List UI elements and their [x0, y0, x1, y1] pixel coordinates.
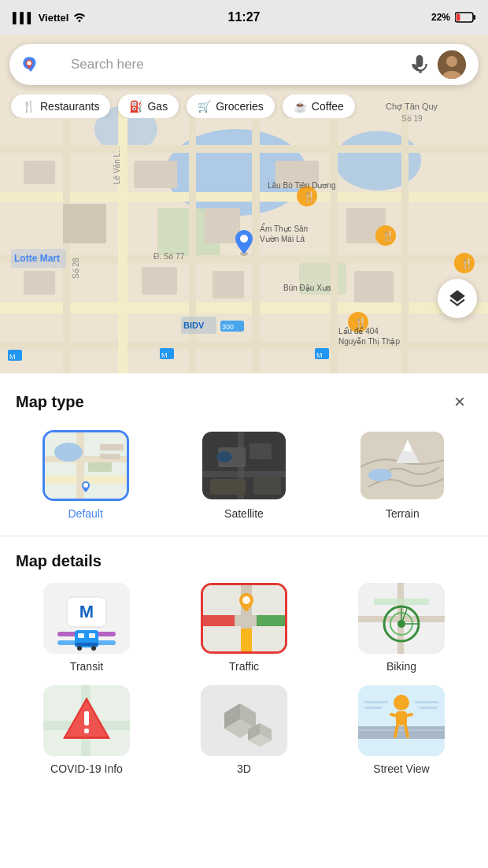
restaurants-icon: 🍴 [22, 100, 35, 113]
svg-rect-79 [100, 454, 120, 459]
svg-text:300: 300 [222, 323, 234, 331]
svg-rect-12 [0, 302, 488, 313]
svg-text:Lẩu để 404: Lẩu để 404 [338, 327, 379, 336]
svg-text:M: M [9, 353, 16, 361]
svg-rect-13 [0, 342, 488, 349]
svg-rect-1 [474, 15, 476, 20]
category-chips: 🍴 Restaurants ⛽ Gas 🛒 Groceries ☕ Coffee [0, 95, 488, 118]
svg-rect-9 [0, 145, 488, 153]
svg-rect-122 [84, 729, 89, 733]
signal-icon: ▌▌▌ [13, 12, 35, 24]
streetview-thumb [358, 685, 445, 756]
map-type-satellite[interactable]: Satellite [174, 430, 313, 520]
svg-rect-28 [213, 271, 244, 299]
svg-text:🍴: 🍴 [303, 190, 316, 203]
map-type-default-thumb [43, 430, 129, 501]
traffic-label: Traffic [229, 660, 259, 673]
svg-rect-104 [203, 615, 235, 626]
carrier-label: Viettel [39, 12, 69, 24]
detail-biking[interactable]: Biking [331, 583, 472, 673]
chip-restaurants[interactable]: 🍴 Restaurants [11, 95, 110, 118]
svg-text:🍴: 🍴 [460, 257, 474, 270]
svg-point-133 [394, 695, 409, 710]
svg-point-100 [91, 646, 96, 651]
biking-thumb [358, 583, 445, 654]
svg-point-99 [77, 646, 82, 651]
svg-rect-15 [118, 106, 128, 373]
status-bar: ▌▌▌ Viettel 11:27 22% [0, 0, 488, 35]
chip-gas[interactable]: ⛽ Gas [118, 95, 179, 118]
svg-text:🍴: 🍴 [382, 229, 395, 243]
svg-rect-132 [358, 729, 445, 731]
svg-text:Đ. Số 77: Đ. Số 77 [153, 252, 185, 261]
detail-streetview[interactable]: Street View [331, 685, 472, 775]
svg-rect-27 [142, 267, 177, 295]
svg-rect-10 [0, 192, 488, 202]
chip-groceries[interactable]: 🛒 Groceries [187, 95, 275, 118]
svg-rect-81 [202, 471, 287, 477]
chip-gas-label: Gas [147, 100, 168, 113]
svg-rect-29 [354, 271, 394, 302]
svg-rect-17 [252, 106, 260, 373]
detail-3d[interactable]: 3D [173, 685, 315, 775]
svg-point-69 [446, 56, 457, 67]
svg-rect-142 [420, 707, 437, 709]
traffic-thumb [201, 583, 287, 654]
svg-text:Lê Văn L...: Lê Văn L... [113, 147, 121, 184]
3d-thumb [201, 685, 287, 756]
search-bar[interactable]: Search here [9, 44, 479, 85]
detail-transit[interactable]: M Transit [16, 583, 157, 673]
svg-rect-121 [84, 711, 89, 725]
map-type-satellite-thumb [201, 430, 287, 501]
svg-point-75 [54, 443, 83, 462]
map-type-satellite-label: Satellite [224, 507, 264, 520]
svg-point-67 [27, 61, 31, 65]
biking-label: Biking [386, 660, 416, 673]
svg-rect-134 [396, 711, 407, 725]
close-button[interactable]: × [447, 389, 472, 414]
transit-thumb: M [43, 583, 130, 654]
svg-rect-140 [364, 707, 382, 709]
wifi-icon [72, 11, 87, 24]
svg-point-87 [216, 451, 232, 462]
svg-rect-141 [415, 701, 438, 703]
detail-traffic[interactable]: Traffic [173, 583, 315, 673]
svg-rect-88 [360, 432, 445, 501]
covid-thumb [43, 685, 130, 756]
map-type-default[interactable]: Default [16, 430, 155, 520]
covid-label: COVID-19 Info [50, 762, 123, 775]
svg-rect-22 [134, 161, 177, 188]
svg-point-77 [83, 483, 88, 488]
chip-coffee-label: Coffee [312, 100, 344, 113]
svg-rect-20 [24, 161, 55, 184]
svg-rect-84 [250, 443, 272, 459]
svg-point-89 [368, 469, 392, 481]
svg-rect-106 [257, 615, 287, 626]
chip-groceries-label: Groceries [216, 100, 264, 113]
chip-coffee[interactable]: ☕ Coffee [283, 95, 355, 118]
bottom-sheet: Map type × Default [0, 373, 488, 783]
svg-rect-98 [75, 643, 98, 646]
map-type-terrain[interactable]: Terrain [333, 430, 472, 520]
streetview-label: Street View [373, 762, 429, 775]
svg-rect-78 [100, 444, 124, 451]
groceries-icon: 🛒 [198, 100, 211, 113]
svg-text:M: M [316, 351, 323, 359]
search-placeholder: Search here [71, 57, 409, 72]
user-avatar[interactable] [438, 50, 466, 79]
mic-icon[interactable] [409, 54, 430, 75]
map-details-section: Map details M [0, 536, 488, 783]
map-type-title: Map type [16, 393, 84, 411]
status-time: 11:27 [228, 10, 261, 24]
layer-button[interactable] [438, 279, 477, 318]
svg-text:Nguyễn Thị Thập: Nguyễn Thị Thập [338, 337, 400, 346]
svg-rect-23 [205, 208, 240, 243]
map-type-terrain-thumb [359, 430, 445, 501]
svg-rect-139 [364, 701, 388, 703]
svg-rect-73 [76, 432, 84, 501]
battery-icon [455, 12, 475, 23]
status-right: 22% [431, 12, 475, 23]
svg-rect-86 [253, 477, 281, 495]
svg-rect-21 [63, 204, 106, 243]
detail-covid[interactable]: COVID-19 Info [16, 685, 157, 775]
